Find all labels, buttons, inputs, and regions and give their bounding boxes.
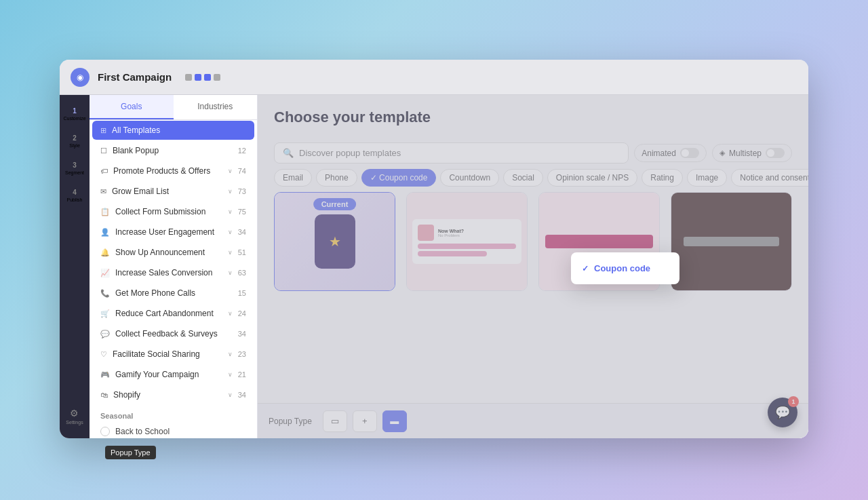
sidebar-item-all-templates[interactable]: ⊞ All Templates <box>92 121 254 140</box>
email-icon: ✉ <box>100 187 106 196</box>
sidebar-item-announcement[interactable]: 🔔 Show Up Announcement ∨ 51 <box>92 243 254 262</box>
dot-1 <box>185 74 192 81</box>
sidebar-tab-group: Goals Industries <box>90 95 257 120</box>
seasonal-header: Seasonal <box>90 405 257 423</box>
bell-icon: 🔔 <box>100 248 110 257</box>
nav-step-3[interactable]: 3 Segment <box>65 157 84 179</box>
dot-4 <box>214 74 220 81</box>
sidebar-item-user-engagement[interactable]: 👤 Increase User Engagement ∨ 34 <box>92 223 254 242</box>
blank-icon: ☐ <box>100 147 107 155</box>
dot-2 <box>195 74 201 81</box>
heart-icon: ♡ <box>100 350 107 359</box>
step-number-3: 3 <box>73 161 77 169</box>
title-bar: ◉ First Campaign <box>60 60 808 95</box>
radio-back-to-school[interactable] <box>100 427 110 436</box>
popup-type-tooltip: Popup Type <box>105 446 156 459</box>
step-label-4: Publish <box>67 197 83 202</box>
step-label-2: Style <box>69 143 80 148</box>
progress-dots <box>185 74 220 81</box>
shopify-icon: 🛍 <box>100 391 108 399</box>
sidebar-item-cart-abandonment[interactable]: 🛒 Reduce Cart Abandonment ∨ 24 <box>92 304 254 323</box>
sidebar-item-shopify[interactable]: 🛍 Shopify ∨ 34 <box>92 385 254 404</box>
sidebar-item-feedback[interactable]: 💬 Collect Feedback & Surveys 34 <box>92 324 254 343</box>
sidebar-item-promote[interactable]: 🏷 Promote Products & Offers ∨ 74 <box>92 161 254 180</box>
coupon-option-label: Coupon code <box>594 263 650 273</box>
step-number-2: 2 <box>73 134 77 142</box>
sidebar-item-phone-calls[interactable]: 📞 Get More Phone Calls 15 <box>92 284 254 303</box>
form-icon: 📋 <box>100 208 110 216</box>
nav-step-2[interactable]: 2 Style <box>69 130 80 152</box>
window-title: First Campaign <box>98 71 172 83</box>
gamify-icon: 🎮 <box>100 370 110 379</box>
settings-icon: ⚙ <box>70 408 79 419</box>
tag-icon: 🏷 <box>100 167 108 175</box>
settings-nav[interactable]: ⚙ Settings <box>66 408 83 430</box>
phone-icon: 📞 <box>100 289 110 298</box>
step-number-1: 1 <box>73 107 77 115</box>
tab-industries[interactable]: Industries <box>174 95 258 119</box>
sidebar: Goals Industries ⊞ All Templates ☐ Blank… <box>90 95 258 438</box>
seasonal-label-school: Back to School <box>115 427 170 436</box>
sidebar-item-blank-popup[interactable]: ☐ Blank Popup 12 <box>92 141 254 160</box>
sidebar-label-all: All Templates <box>112 126 246 135</box>
dot-3 <box>204 74 211 81</box>
user-icon: 👤 <box>100 228 110 237</box>
step-label-3: Segment <box>65 170 84 175</box>
tab-goals[interactable]: Goals <box>90 95 174 119</box>
overlay-background <box>258 95 808 438</box>
settings-label: Settings <box>66 420 83 425</box>
main-content: Choose your template 🔍 Animated ◈ Multis… <box>258 95 808 438</box>
nav-step-1[interactable]: 1 Customize <box>63 103 85 125</box>
coupon-dropdown: ✓ Coupon code <box>571 252 679 284</box>
seasonal-back-to-school[interactable]: Back to School <box>90 423 257 438</box>
app-icon: ◉ <box>71 68 90 87</box>
app-window: ◉ First Campaign 1 Customize 2 Style 3 S… <box>60 60 808 438</box>
left-nav: 1 Customize 2 Style 3 Segment 4 Publish … <box>60 95 90 438</box>
grid-icon: ⊞ <box>100 126 106 135</box>
main-layout: 1 Customize 2 Style 3 Segment 4 Publish … <box>60 95 808 438</box>
feedback-icon: 💬 <box>100 330 110 339</box>
coupon-option-selected[interactable]: ✓ Coupon code <box>571 258 679 279</box>
check-mark-icon: ✓ <box>582 264 589 273</box>
chart-icon: 📈 <box>100 269 110 277</box>
cart-icon: 🛒 <box>100 309 110 318</box>
nav-step-4[interactable]: 4 Publish <box>67 185 83 206</box>
sidebar-item-gamify[interactable]: 🎮 Gamify Your Campaign ∨ 21 <box>92 365 254 384</box>
sidebar-item-social[interactable]: ♡ Facilitate Social Sharing ∨ 23 <box>92 345 254 364</box>
step-number-4: 4 <box>73 189 77 196</box>
sidebar-item-grow-email[interactable]: ✉ Grow Email List ∨ 73 <box>92 182 254 201</box>
sidebar-item-collect-form[interactable]: 📋 Collect Form Submission ∨ 75 <box>92 202 254 221</box>
sidebar-item-sales-conversion[interactable]: 📈 Increase Sales Conversion ∨ 63 <box>92 263 254 282</box>
step-label-1: Customize <box>63 116 85 121</box>
